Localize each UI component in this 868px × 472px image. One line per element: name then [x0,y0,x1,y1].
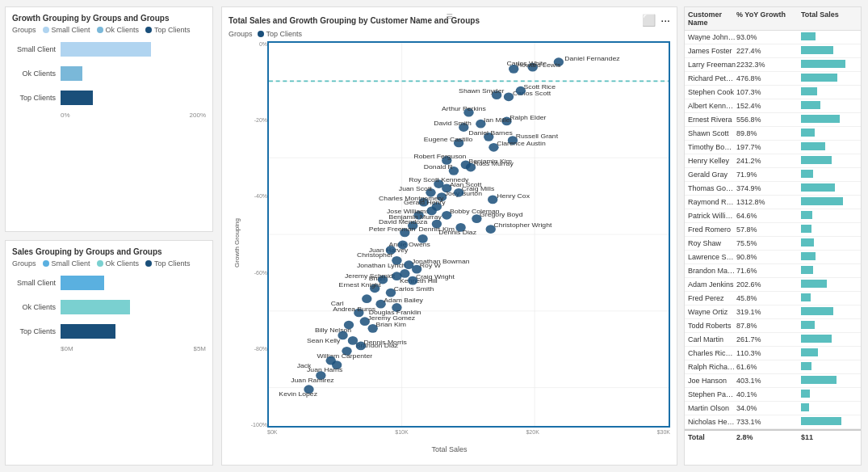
legend-small-client-growth: Small Client [43,26,90,34]
table-row: Albert Kennedy 152.4% [685,99,861,113]
svg-text:Peter Freeman: Peter Freeman [369,225,416,232]
sales-bar [801,362,811,370]
legend-ok-clients-growth: Ok Clients [97,26,140,34]
sales-bar [801,403,809,411]
sales-grouping-chart: Sales Grouping by Groups and Groups Grou… [5,240,213,466]
sales-chart-title: Sales Grouping by Groups and Groups [12,247,206,256]
growth-legend: Groups Small Client Ok Clients Top Clien… [12,26,206,34]
ok-clients-dot [97,27,103,33]
sales-bar [801,74,837,82]
scatter-drag-handle: ≡ [446,10,452,23]
sales-bar [801,417,841,425]
table-row: Gerald Gray 71.9% [685,168,861,182]
svg-point-102 [362,294,371,303]
table-row: Raymond Roberts 1312.8% [685,196,861,209]
sales-bar-cell [801,87,858,97]
sales-bar [801,170,813,178]
col-customer: Customer Name [688,11,736,27]
customer-name: Fred Perez [688,294,736,302]
sales-bar-cell [801,238,858,248]
growth-value: 733.1% [736,418,801,426]
growth-value: 64.6% [736,212,801,220]
sales-bar [801,390,810,398]
bar-row-small-client: Small Client [61,39,206,60]
customer-name: Joe Hanson [688,377,736,385]
footer-value: $11 [801,433,858,441]
svg-text:Juan Ramirez: Juan Ramirez [291,377,333,384]
sales-bar [801,183,835,192]
customer-name: Adam Jenkins [688,280,736,289]
growth-value: 556.8% [736,116,801,124]
growth-chart-title: Growth Grouping by Groups and Groups [12,14,206,23]
table-row: Ralph Richardson 61.6% [685,360,861,374]
sales-bar [801,238,814,247]
customer-name: Stephen Cook [688,88,736,96]
sales-bar-cell [801,307,858,317]
more-options-icon[interactable]: ··· [660,14,670,27]
sales-bar [801,129,815,137]
growth-grouping-chart: Growth Grouping by Groups and Groups Gro… [5,6,213,232]
footer-growth: 2.8% [736,433,801,441]
customer-name: Charles Richards [688,349,736,357]
growth-value: 476.8% [736,74,801,82]
sales-bar-cell [801,156,858,166]
table-footer: Total 2.8% $11 [685,429,861,444]
svg-text:Craig Wright: Craig Wright [416,273,455,280]
small-sales-bar [61,276,104,290]
customer-name: Raymond Roberts [688,198,736,206]
svg-text:Roy W: Roy W [420,262,441,268]
customer-name: Nicholas Hernandez [688,418,736,426]
x-axis-labels: $0K $10K $20K $30K [267,429,670,444]
table-row: Charles Richards 110.3% [685,347,861,360]
scatter-area: Growth Grouping 0% -20% -40% -60% -80% -… [229,41,670,444]
table-row: Carl Martin 261.7% [685,333,861,347]
top-sales-bar [61,324,115,339]
svg-text:Dennis Diaz: Dennis Diaz [438,230,476,236]
sales-bar-row-top: Top Clients [61,321,206,342]
sales-bar-chart: Small Client Ok Clients Top Clients $0M [12,272,206,352]
sales-bar [801,142,825,150]
customer-name: Wayne Johnson [688,33,736,41]
col-growth: % YoY Growth [736,11,801,27]
scatter-svg: Daniel Fernandez Carlos White Howard Lew… [269,43,669,426]
growth-value: 227.4% [736,47,801,55]
svg-text:David Smith: David Smith [434,120,472,127]
sales-bar-cell [801,266,858,276]
ok-clients-bar [61,66,82,81]
bar-row-ok-clients: Ok Clients [61,63,206,84]
top-clients-dot [145,27,152,33]
svg-text:Sean Kelly: Sean Kelly [307,337,341,343]
svg-text:Juan Harris: Juan Harris [307,367,342,373]
sales-bar-row-small: Small Client [61,272,206,293]
svg-text:Brian Kim: Brian Kim [375,322,406,328]
legend-small-client-sales: Small Client [43,259,90,268]
sales-bar-cell [801,376,858,386]
sales-bar-cell [801,403,858,413]
customer-name: Henry Kelley [688,157,736,165]
growth-value: 403.1% [736,377,801,385]
growth-value: 241.2% [736,157,801,165]
scatter-panel-icons[interactable]: ⬜ ··· [642,14,670,27]
svg-text:Ian Miller: Ian Miller [484,117,512,124]
scatter-inner: Daniel Fernandez Carlos White Howard Lew… [267,41,670,428]
sales-bar-cell [801,60,858,70]
small-client-dot [43,27,49,33]
svg-text:Ernest Knight: Ernest Knight [339,281,382,288]
bar-row-top-clients: Top Clients [61,87,206,108]
sales-axis-labels: $0M $5M [61,345,206,352]
customer-name: Fred Romero [688,225,736,234]
growth-value: 107.3% [736,88,801,96]
sales-bar [801,32,816,40]
table-row: Joe Hanson 403.1% [685,374,861,388]
sales-bar-cell [801,335,858,344]
top-clients-bar [61,91,93,105]
sales-bar [801,252,816,260]
table-row: Thomas Gonzales 374.9% [685,182,861,196]
svg-text:Shawn Snyder: Shawn Snyder [459,88,505,95]
growth-value: 87.8% [736,322,801,330]
table-row: Todd Roberts 87.8% [685,319,861,333]
sales-bar-cell [801,293,858,303]
sales-bar [801,376,837,384]
cursor-icon[interactable]: ⬜ [642,14,656,27]
y-axis-container: Growth Grouping [229,41,245,444]
